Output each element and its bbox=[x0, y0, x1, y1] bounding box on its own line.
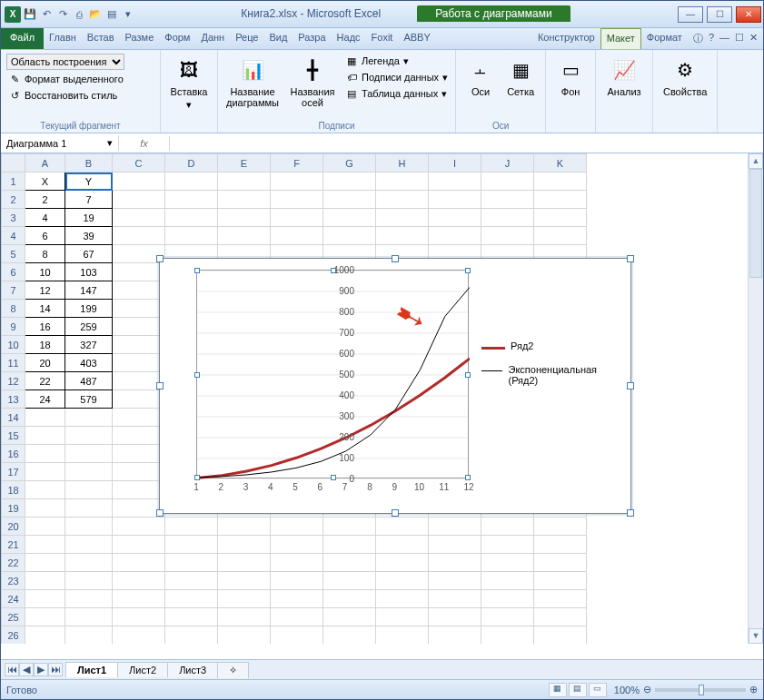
resize-handle[interactable] bbox=[627, 382, 634, 389]
cell[interactable] bbox=[481, 626, 534, 645]
cell[interactable] bbox=[113, 626, 165, 645]
plot-handle[interactable] bbox=[194, 372, 200, 378]
cell[interactable] bbox=[218, 536, 271, 554]
cell[interactable]: 103 bbox=[65, 263, 113, 281]
chart-title-button[interactable]: 📊Название диаграммы bbox=[223, 54, 282, 110]
cell[interactable] bbox=[534, 608, 587, 626]
cell[interactable] bbox=[534, 173, 587, 191]
cell[interactable] bbox=[25, 536, 65, 554]
plot-handle[interactable] bbox=[331, 475, 336, 480]
cell[interactable] bbox=[323, 191, 376, 209]
cell[interactable] bbox=[25, 481, 65, 499]
view-normal[interactable]: ▦ bbox=[549, 683, 567, 697]
cell[interactable] bbox=[218, 608, 271, 626]
cell[interactable]: 199 bbox=[65, 300, 113, 318]
new-icon[interactable]: ▤ bbox=[104, 7, 119, 22]
cell[interactable] bbox=[165, 191, 218, 209]
resize-handle[interactable] bbox=[392, 509, 399, 517]
zoom-slider[interactable] bbox=[655, 688, 746, 692]
cell[interactable] bbox=[376, 173, 429, 191]
cell[interactable]: 7 bbox=[65, 191, 113, 209]
tab-chart-layout[interactable]: Макет bbox=[600, 28, 641, 49]
plot-area[interactable] bbox=[196, 270, 469, 478]
cell[interactable] bbox=[481, 173, 534, 191]
view-pagebreak[interactable]: ▭ bbox=[589, 683, 607, 697]
tab-formulas[interactable]: Форм bbox=[159, 28, 195, 49]
cell[interactable] bbox=[429, 191, 481, 209]
cell[interactable] bbox=[481, 608, 534, 626]
cell[interactable] bbox=[481, 572, 534, 590]
tab-data[interactable]: Данн bbox=[195, 28, 230, 49]
cell[interactable] bbox=[113, 427, 165, 445]
cell[interactable] bbox=[481, 191, 534, 209]
cell[interactable] bbox=[481, 554, 534, 572]
cell[interactable] bbox=[25, 572, 65, 590]
undo-icon[interactable]: ↶ bbox=[39, 7, 54, 22]
scroll-thumb[interactable] bbox=[749, 169, 762, 278]
minimize-button[interactable]: — bbox=[678, 6, 703, 23]
cell[interactable]: 10 bbox=[25, 263, 65, 281]
cell[interactable] bbox=[218, 191, 271, 209]
analysis-button[interactable]: 📈Анализ bbox=[601, 54, 647, 99]
cell[interactable] bbox=[534, 626, 587, 645]
sheet-nav-first[interactable]: ⏮ bbox=[5, 663, 19, 676]
cell[interactable] bbox=[323, 209, 376, 227]
cell[interactable]: 67 bbox=[65, 245, 113, 263]
cell[interactable]: 579 bbox=[65, 390, 113, 409]
axis-titles-button[interactable]: ╋Названия осей bbox=[283, 54, 342, 110]
cell[interactable]: 39 bbox=[65, 227, 113, 245]
cell[interactable]: 22 bbox=[25, 372, 65, 390]
cell[interactable] bbox=[25, 518, 65, 536]
window-inner-max[interactable]: ☐ bbox=[735, 32, 744, 45]
zoom-out-button[interactable]: ⊖ bbox=[643, 684, 651, 695]
cell[interactable]: 259 bbox=[65, 318, 113, 336]
cell[interactable] bbox=[218, 173, 271, 191]
resize-handle[interactable] bbox=[627, 255, 634, 262]
cell[interactable] bbox=[376, 572, 429, 590]
fx-button[interactable]: fx bbox=[119, 136, 170, 151]
cell[interactable] bbox=[165, 518, 218, 536]
cell[interactable]: 14 bbox=[25, 300, 65, 318]
cell[interactable] bbox=[481, 536, 534, 554]
cell[interactable] bbox=[165, 227, 218, 245]
tab-insert[interactable]: Встав bbox=[82, 28, 120, 49]
cell[interactable] bbox=[534, 191, 587, 209]
cell[interactable] bbox=[323, 572, 376, 590]
cell[interactable] bbox=[113, 481, 165, 499]
cell[interactable]: 12 bbox=[25, 281, 65, 300]
cell[interactable] bbox=[113, 554, 165, 572]
cell[interactable] bbox=[65, 409, 113, 427]
cell[interactable] bbox=[271, 209, 323, 227]
cell[interactable] bbox=[65, 536, 113, 554]
cell[interactable] bbox=[218, 590, 271, 608]
sheet-tab[interactable]: Лист1 bbox=[65, 662, 118, 677]
data-labels-button[interactable]: 🏷Подписи данных ▾ bbox=[343, 70, 450, 84]
tab-pagelayout[interactable]: Разме bbox=[120, 28, 160, 49]
cell[interactable] bbox=[65, 572, 113, 590]
cell[interactable] bbox=[376, 536, 429, 554]
maximize-button[interactable]: ☐ bbox=[707, 6, 732, 23]
cell[interactable] bbox=[25, 445, 65, 463]
cell[interactable] bbox=[534, 227, 587, 245]
cell[interactable] bbox=[25, 626, 65, 645]
cell[interactable] bbox=[218, 227, 271, 245]
cell[interactable] bbox=[429, 572, 481, 590]
cell[interactable] bbox=[271, 536, 323, 554]
cell[interactable] bbox=[323, 227, 376, 245]
cell[interactable] bbox=[113, 209, 165, 227]
cell[interactable] bbox=[481, 590, 534, 608]
zoom-in-button[interactable]: ⊕ bbox=[749, 684, 758, 695]
axes-button[interactable]: ⫠Оси bbox=[461, 54, 500, 99]
cell[interactable] bbox=[113, 390, 165, 409]
cell[interactable]: 19 bbox=[65, 209, 113, 227]
cell[interactable] bbox=[113, 191, 165, 209]
cell[interactable] bbox=[165, 536, 218, 554]
plot-handle[interactable] bbox=[194, 268, 200, 273]
cell[interactable] bbox=[65, 445, 113, 463]
print-icon[interactable]: ⎙ bbox=[72, 7, 86, 22]
cell[interactable] bbox=[534, 536, 587, 554]
cell[interactable] bbox=[113, 300, 165, 318]
cell[interactable] bbox=[65, 626, 113, 645]
cell[interactable] bbox=[376, 554, 429, 572]
cell[interactable] bbox=[376, 518, 429, 536]
